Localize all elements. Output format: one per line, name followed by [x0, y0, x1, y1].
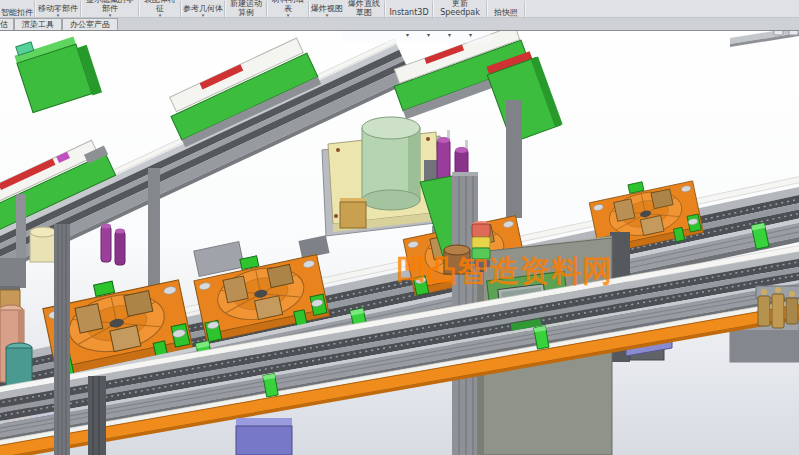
assembly-line-model[interactable]: 凹凸智造资料网: [0, 31, 799, 455]
zoom-to-area-icon[interactable]: [361, 31, 373, 41]
front-column[interactable]: [88, 376, 106, 455]
solidworks-window: 智能扣件 移动零部件 显示隐藏的零部件 装配体特征 参考几何体 新建运动算例 材…: [0, 0, 799, 455]
view-settings-icon[interactable]: [475, 31, 487, 41]
dropdown-caret[interactable]: ▾: [427, 31, 430, 41]
tab-evaluate[interactable]: 评估: [0, 18, 14, 30]
toolbar-button-move-component[interactable]: 移动零部件: [36, 0, 80, 17]
edit-appearance-icon[interactable]: [454, 31, 466, 41]
sage-cylinder-tank[interactable]: [362, 117, 420, 210]
toolbar-button-instant3d[interactable]: Instant3D: [386, 0, 432, 17]
toolbar-button-assembly-features[interactable]: 装配体特征: [140, 0, 180, 17]
tab-render-tools[interactable]: 渲染工具: [14, 18, 62, 30]
toolbar-button-explode-line-sketch[interactable]: 爆炸直线草图: [344, 0, 384, 17]
front-column[interactable]: [54, 224, 70, 455]
hide-show-items-icon[interactable]: [433, 31, 445, 41]
heads-up-view-toolbar: ▾ ▾ ▾ ▾: [342, 31, 491, 43]
toolbar-button-bill-of-materials[interactable]: 材料明细表: [268, 0, 308, 17]
section-view-icon[interactable]: [376, 31, 388, 41]
view-orientation-icon[interactable]: [391, 31, 403, 41]
toolbar-button-update-speedpak[interactable]: 更新 Speedpak: [434, 0, 486, 17]
toolbar-button-reference-geometry[interactable]: 参考几何体: [182, 0, 224, 17]
zoom-to-fit-icon[interactable]: [346, 31, 358, 41]
watermark-text: 凹凸智造资料网: [396, 253, 613, 288]
toolbar-button-new-motion-study[interactable]: 新建运动算例: [226, 0, 266, 17]
commandmanager-tab-row: 评估 渲染工具 办公室产品: [0, 18, 799, 31]
display-style-icon[interactable]: [412, 31, 424, 41]
command-manager-toolbar: 智能扣件 移动零部件 显示隐藏的零部件 装配体特征 参考几何体 新建运动算例 材…: [0, 0, 799, 18]
graphics-area[interactable]: 凹凸智造资料网 ▾ ▾ ▾ ▾: [0, 31, 799, 455]
toolbar-button-take-snapshot[interactable]: 拍快照: [488, 0, 524, 17]
toolbar-button-smart-fasteners[interactable]: 智能扣件: [0, 0, 34, 17]
tab-office-products[interactable]: 办公室产品: [62, 18, 118, 30]
brass-valve-cluster[interactable]: [756, 286, 799, 328]
toolbar-button-show-hidden-components[interactable]: 显示隐藏的零部件: [82, 0, 138, 17]
blue-motor-box[interactable]: [236, 418, 292, 455]
dropdown-caret[interactable]: ▾: [469, 31, 472, 41]
support-column[interactable]: [506, 100, 522, 218]
toolbar-button-exploded-view[interactable]: 爆炸视图: [310, 0, 344, 17]
dropdown-caret[interactable]: ▾: [406, 31, 409, 41]
dropdown-caret[interactable]: ▾: [448, 31, 451, 41]
support-column[interactable]: [148, 168, 160, 288]
toolbar-separator: [524, 1, 526, 17]
